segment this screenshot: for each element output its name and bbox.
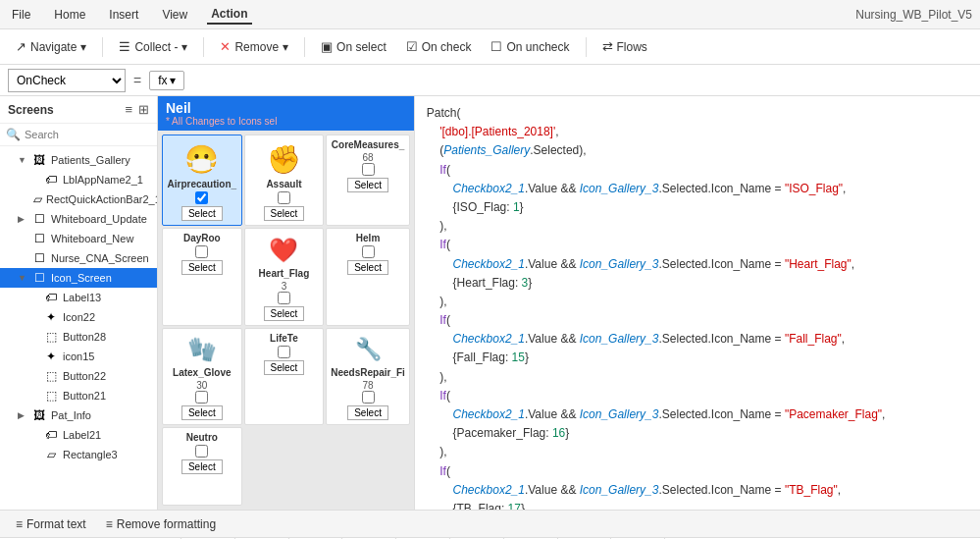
code-line-7: ), [427, 217, 968, 236]
icon-card-neutro: Neutro Select [162, 427, 242, 506]
code-line-12: If( [427, 311, 968, 330]
neutro-select-button[interactable]: Select [181, 459, 223, 474]
assault-checkbox[interactable] [278, 191, 290, 204]
collect-chevron-icon: ▾ [181, 40, 187, 54]
navigate-button[interactable]: ↗ Navigate ▾ [8, 35, 94, 58]
icon-card-dayroo: DayRoo Select [162, 228, 242, 326]
grid-view-icon[interactable]: ⊞ [138, 102, 149, 117]
coremeasures-checkbox[interactable] [362, 163, 375, 176]
group-icon: 🖼 [31, 408, 47, 422]
lifete-select-button[interactable]: Select [264, 360, 305, 375]
neutro-checkbox[interactable] [195, 445, 208, 458]
code-line-15: ), [427, 368, 968, 387]
icon-card-latex-glove: 🧤 Latex_Glove 30 Select [162, 328, 242, 426]
coremeasures-title: CoreMeasures_ [332, 139, 404, 150]
heart-flag-select-button[interactable]: Select [264, 306, 305, 321]
icon-card-helm: Helm Select [326, 228, 410, 326]
helm-checkbox[interactable] [362, 245, 375, 258]
sidebar-item-label13[interactable]: 🏷 Label13 [0, 288, 157, 307]
menu-home[interactable]: Home [50, 6, 89, 24]
coremeasures-select-button[interactable]: Select [347, 178, 388, 192]
search-input[interactable] [25, 129, 158, 140]
separator-2 [203, 37, 204, 57]
sidebar-item-button28[interactable]: ⬚ Button28 [0, 327, 157, 347]
menu-action[interactable]: Action [207, 5, 251, 25]
main-layout: Screens ≡ ⊞ 🔍 ▼ 🖼 Patients_Gallery 🏷 Lbl… [0, 96, 980, 510]
latex-glove-select-button[interactable]: Select [181, 405, 223, 420]
remove-formatting-button[interactable]: ≡ Remove formatting [98, 515, 224, 533]
code-line-19: ), [427, 443, 968, 461]
sidebar-item-lbl-app-name[interactable]: 🏷 LblAppName2_1 [0, 170, 157, 189]
sidebar-item-whiteboard-new[interactable]: ☐ Whiteboard_New [0, 229, 157, 248]
airprecaution-checkbox[interactable] [195, 191, 208, 204]
sidebar-item-rect-quick-action[interactable]: ▱ RectQuickActionBar2_1 [0, 189, 157, 209]
dayroo-checkbox[interactable] [195, 245, 208, 258]
formula-select[interactable]: OnCheck [8, 69, 126, 92]
remove-button[interactable]: ✕ Remove ▾ [212, 35, 296, 58]
format-text-icon: ≡ [16, 517, 23, 531]
sidebar-item-label: icon15 [63, 350, 94, 362]
code-line-2: '[dbo].[Patients_2018]', [427, 123, 968, 141]
sidebar-item-icon22[interactable]: ✦ Icon22 [0, 307, 157, 327]
sidebar-item-button21[interactable]: ⬚ Button21 [0, 386, 157, 405]
screen-icon: ☐ [31, 251, 47, 265]
code-line-9: Checkbox2_1.Value && Icon_Gallery_3.Sele… [427, 255, 968, 274]
helm-select-button[interactable]: Select [347, 260, 388, 275]
code-line-21: Checkbox2_1.Value && Icon_Gallery_3.Sele… [427, 481, 968, 500]
expand-icon: ▼ [18, 155, 27, 165]
latex-glove-num: 30 [196, 380, 207, 391]
search-box: 🔍 [0, 124, 157, 146]
label-icon: 🏷 [43, 428, 59, 442]
needsrepair-checkbox[interactable] [362, 391, 375, 404]
toolbar: ↗ Navigate ▾ ☰ Collect - ▾ ✕ Remove ▾ ▣ … [0, 29, 980, 65]
sidebar-item-nurse-cna[interactable]: ☐ Nurse_CNA_Screen [0, 248, 157, 268]
on-uncheck-button[interactable]: ☐ On uncheck [483, 35, 577, 58]
sidebar-item-label: Pat_Info [51, 409, 91, 421]
heart-flag-checkbox[interactable] [278, 292, 290, 304]
on-select-button[interactable]: ▣ On select [313, 35, 394, 58]
sidebar-item-button22[interactable]: ⬚ Button22 [0, 366, 157, 386]
latex-glove-image: 🧤 [182, 333, 222, 368]
sidebar-item-icon-screen[interactable]: ▼ ☐ Icon_Screen [0, 268, 157, 288]
sidebar-item-label: Whiteboard_New [51, 233, 133, 244]
icon-icon: ✦ [43, 310, 59, 324]
lifete-title: LifeTe [270, 333, 298, 344]
format-text-button[interactable]: ≡ Format text [8, 515, 94, 533]
sidebar-item-pat-info[interactable]: ▶ 🖼 Pat_Info [0, 405, 157, 425]
flows-button[interactable]: ⇄ Flows [594, 35, 655, 58]
sidebar-item-label: Button22 [63, 370, 106, 382]
heart-flag-num: 3 [282, 281, 287, 292]
sidebar-item-icon15[interactable]: ✦ icon15 [0, 347, 157, 366]
tree-view: ▼ 🖼 Patients_Gallery 🏷 LblAppName2_1 ▱ R… [0, 146, 157, 510]
button-icon: ⬚ [43, 389, 59, 403]
icon-card-heart-flag: ❤️ Heart_Flag 3 Select [244, 228, 325, 326]
menu-insert[interactable]: Insert [105, 6, 142, 24]
fx-label: fx [158, 74, 167, 87]
assault-select-button[interactable]: Select [264, 206, 305, 221]
needsrepair-select-button[interactable]: Select [347, 405, 388, 420]
menu-file[interactable]: File [8, 6, 34, 24]
sidebar-item-label21[interactable]: 🏷 Label21 [0, 425, 157, 445]
dayroo-select-button[interactable]: Select [181, 260, 223, 275]
sidebar-item-whiteboard-update[interactable]: ▶ ☐ Whiteboard_Update [0, 209, 157, 229]
code-editor[interactable]: Patch( '[dbo].[Patients_2018]', (Patient… [414, 96, 980, 510]
sidebar-item-label: LblAppName2_1 [63, 174, 143, 186]
fx-button[interactable]: fx ▾ [149, 71, 183, 90]
latex-glove-checkbox[interactable] [195, 391, 208, 404]
on-check-icon: ☑ [406, 39, 418, 54]
sidebar-item-rectangle3[interactable]: ▱ Rectangle3 [0, 445, 157, 464]
airprecaution-select-button[interactable]: Select [181, 206, 223, 221]
sidebar-item-label: Icon22 [63, 311, 95, 323]
dayroo-title: DayRoo [183, 233, 221, 243]
collect-button[interactable]: ☰ Collect - ▾ [111, 35, 195, 58]
sidebar-item-patients-gallery[interactable]: ▼ 🖼 Patients_Gallery [0, 150, 157, 170]
lifete-checkbox[interactable] [278, 346, 290, 358]
app-title: Nursing_WB_Pilot_V5 [855, 8, 972, 22]
fx-chevron-icon: ▾ [170, 74, 176, 87]
menu-view[interactable]: View [158, 6, 191, 24]
label-icon: 🏷 [43, 173, 59, 187]
list-view-icon[interactable]: ≡ [125, 102, 132, 117]
navigate-icon: ↗ [16, 39, 26, 54]
sidebar-item-label: Patients_Gallery [51, 154, 130, 166]
on-check-button[interactable]: ☑ On check [398, 35, 480, 58]
